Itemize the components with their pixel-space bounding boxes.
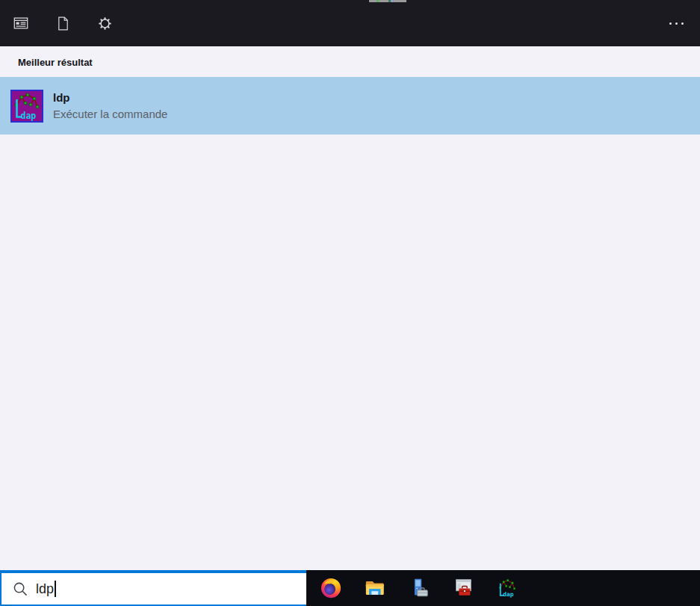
apps-icon: [13, 15, 29, 31]
ldp-taskbar-icon: [496, 577, 518, 599]
taskbar-file-explorer-button[interactable]: [364, 577, 386, 599]
gear-icon: [97, 16, 113, 31]
taskbar: [306, 570, 700, 606]
result-subtitle: Exécuter la commande: [53, 107, 167, 121]
documents-filter-button[interactable]: [42, 0, 84, 46]
text-caret: [55, 581, 56, 597]
taskbar-administrative-tools-button[interactable]: [452, 577, 474, 599]
filter-buttons: [0, 0, 126, 46]
ellipsis-icon: [669, 22, 684, 25]
apps-filter-button[interactable]: [0, 0, 42, 46]
firefox-icon: [320, 577, 342, 599]
more-options-button[interactable]: [663, 0, 690, 46]
bottom-bar: ldp: [0, 570, 700, 606]
results-empty-area: [0, 135, 700, 570]
result-title: ldp: [53, 90, 167, 105]
best-match-result[interactable]: dap ldp Exécuter la commande: [0, 77, 700, 135]
server-manager-icon: [408, 577, 430, 599]
taskbar-ldp-button[interactable]: [496, 577, 518, 599]
document-icon: [55, 16, 71, 31]
result-text: ldp Exécuter la commande: [53, 90, 167, 121]
file-explorer-icon: [364, 577, 386, 599]
search-input[interactable]: ldp: [0, 570, 306, 606]
background-window-sliver: [369, 0, 406, 2]
search-filter-bar: [0, 0, 700, 46]
section-title: Meilleur résultat: [0, 46, 700, 77]
ldp-icon-text: dap: [21, 110, 37, 120]
settings-filter-button[interactable]: [84, 0, 126, 46]
windows-search-flyout: Meilleur résultat: [0, 0, 700, 606]
search-icon: [13, 581, 28, 597]
ldp-app-icon: dap: [10, 90, 43, 123]
administrative-tools-icon: [452, 577, 474, 599]
search-query-text: ldp: [36, 581, 54, 597]
taskbar-firefox-button[interactable]: [320, 577, 342, 599]
taskbar-server-manager-button[interactable]: [408, 577, 430, 599]
